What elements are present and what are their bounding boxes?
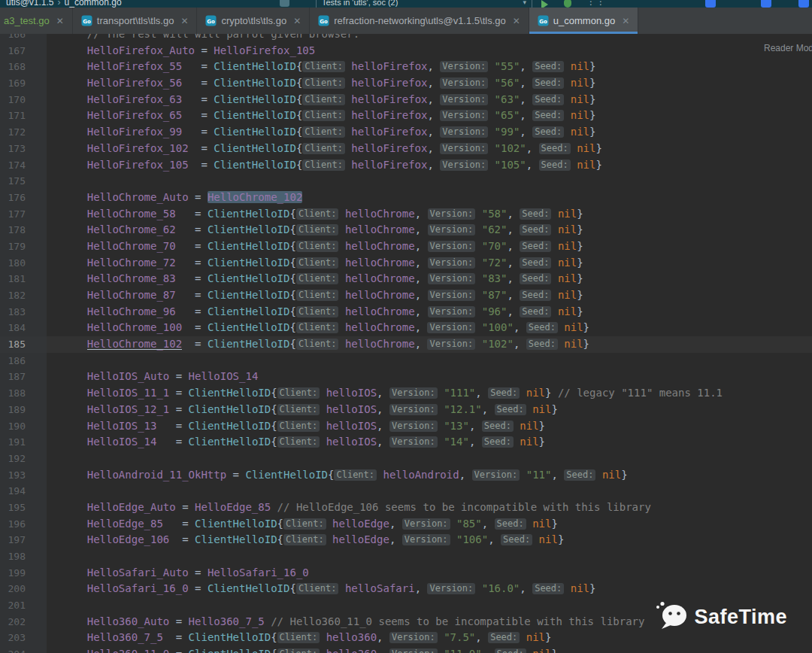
code-line-200[interactable]: 200 HelloSafari_16_0 = ClientHelloID{Cli… xyxy=(0,581,812,597)
line-number[interactable]: 184 xyxy=(0,320,47,336)
tab-a3-test-go[interactable]: a3_test.go✕ xyxy=(0,8,73,34)
line-number[interactable]: 186 xyxy=(0,353,47,369)
line-number[interactable]: 182 xyxy=(0,287,47,304)
code-line-195[interactable]: 195 HelloEdge_Auto = HelloEdge_85 // Hel… xyxy=(0,500,812,516)
code-line-172[interactable]: 172 HelloFirefox_99 = ClientHelloID{Clie… xyxy=(0,124,812,141)
code-line-198[interactable]: 198 xyxy=(0,548,812,565)
code-line-169[interactable]: 169 HelloFirefox_56 = ClientHelloID{Clie… xyxy=(0,75,812,92)
line-number[interactable]: 204 xyxy=(0,646,47,653)
breadcrumb[interactable]: utls@v1.1.5›u_common.go xyxy=(6,0,122,8)
line-number[interactable]: 173 xyxy=(0,141,47,157)
line-number[interactable]: 203 xyxy=(0,630,47,646)
debug-icon[interactable] xyxy=(564,0,571,8)
line-number[interactable]: 190 xyxy=(0,418,47,435)
code-line-173[interactable]: 173 HelloFirefox_102 = ClientHelloID{Cli… xyxy=(0,141,812,157)
tab-close-icon[interactable]: ✕ xyxy=(622,16,629,26)
line-number[interactable]: 181 xyxy=(0,271,47,287)
line-number[interactable]: 202 xyxy=(0,614,47,630)
line-number[interactable]: 174 xyxy=(0,157,47,174)
line-number[interactable]: 192 xyxy=(0,451,47,467)
code-line-190[interactable]: 190 HelloIOS_13 = ClientHelloID{Client: … xyxy=(0,418,812,435)
tab-close-icon[interactable]: ✕ xyxy=(293,16,301,26)
code-area[interactable]: 166 // The rest will will parrot given b… xyxy=(0,34,812,653)
tab-transport-tls-tls-go[interactable]: Gotransport\tls\tls.go✕ xyxy=(73,8,198,34)
code-line-177[interactable]: 177 HelloChrome_58 = ClientHelloID{Clien… xyxy=(0,206,812,223)
code-line-181[interactable]: 181 HelloChrome_83 = ClientHelloID{Clien… xyxy=(0,271,812,287)
code-line-179[interactable]: 179 HelloChrome_70 = ClientHelloID{Clien… xyxy=(0,238,812,255)
line-number[interactable]: 179 xyxy=(0,238,47,255)
line-number[interactable]: 168 xyxy=(0,59,47,75)
line-number[interactable]: 193 xyxy=(0,467,47,484)
line-number[interactable]: 175 xyxy=(0,173,47,190)
svg-text:Go: Go xyxy=(83,18,91,25)
code-line-187[interactable]: 187 HelloIOS_Auto = HelloIOS_14 xyxy=(0,369,812,385)
code-line-171[interactable]: 171 HelloFirefox_65 = ClientHelloID{Clie… xyxy=(0,108,812,124)
line-number[interactable]: 180 xyxy=(0,255,47,272)
line-number[interactable]: 167 xyxy=(0,43,47,59)
code-line-191[interactable]: 191 HelloIOS_14 = ClientHelloID{Client: … xyxy=(0,434,812,451)
code-line-192[interactable]: 192 xyxy=(0,451,812,467)
line-number[interactable]: 191 xyxy=(0,434,47,451)
code-line-183[interactable]: 183 HelloChrome_96 = ClientHelloID{Clien… xyxy=(0,304,812,320)
tab-close-icon[interactable]: ✕ xyxy=(56,16,64,26)
tab-u-common-go[interactable]: Gou_common.go✕ xyxy=(529,8,638,34)
line-number[interactable]: 188 xyxy=(0,385,47,402)
code-line-168[interactable]: 168 HelloFirefox_55 = ClientHelloID{Clie… xyxy=(0,59,812,75)
profile-icon[interactable] xyxy=(798,0,809,8)
code-line-178[interactable]: 178 HelloChrome_62 = ClientHelloID{Clien… xyxy=(0,222,812,238)
code-line-197[interactable]: 197 HelloEdge_106 = ClientHelloID{Client… xyxy=(0,532,812,548)
code-line-170[interactable]: 170 HelloFirefox_63 = ClientHelloID{Clie… xyxy=(0,92,812,108)
code-editor[interactable]: 166 // The rest will will parrot given b… xyxy=(0,34,812,653)
code-line-199[interactable]: 199 HelloSafari_Auto = HelloSafari_16_0 xyxy=(0,565,812,582)
tab-refraction-networking-utls-v1-1-5-tls-go[interactable]: Gorefraction-networking\utls@v1.1.5\tls.… xyxy=(310,8,529,34)
code-line-166[interactable]: 166 // The rest will will parrot given b… xyxy=(0,34,812,43)
code-line-186[interactable]: 186 xyxy=(0,353,812,369)
line-number[interactable]: 183 xyxy=(0,304,47,320)
line-number[interactable]: 172 xyxy=(0,124,47,141)
line-number[interactable]: 185 xyxy=(0,336,47,353)
code-line-184[interactable]: 184 HelloChrome_100 = ClientHelloID{Clie… xyxy=(0,320,812,336)
breadcrumb-module[interactable]: utls@v1.1.5 xyxy=(6,0,54,8)
run-config-select[interactable]: ▾ Tests in 'utls', soc (2) xyxy=(316,0,532,8)
reader-mode-hint[interactable]: Reader Mode xyxy=(764,43,812,53)
code-line-176[interactable]: 176 HelloChrome_Auto = HelloChrome_102 xyxy=(0,190,812,206)
code-line-204[interactable]: 204 Hello360_11_0 = ClientHelloID{Client… xyxy=(0,646,812,653)
line-number[interactable]: 196 xyxy=(0,516,47,533)
code-line-167[interactable]: 167 HelloFirefox_Auto = HelloFirefox_105 xyxy=(0,43,812,59)
line-number[interactable]: 176 xyxy=(0,190,47,206)
code-line-174[interactable]: 174 HelloFirefox_105 = ClientHelloID{Cli… xyxy=(0,157,812,174)
code-line-194[interactable]: 194 xyxy=(0,483,812,500)
line-number[interactable]: 197 xyxy=(0,532,47,548)
settings-icon[interactable] xyxy=(761,0,771,8)
line-number[interactable]: 189 xyxy=(0,402,47,418)
line-number[interactable]: 199 xyxy=(0,565,47,582)
code-line-182[interactable]: 182 HelloChrome_87 = ClientHelloID{Clien… xyxy=(0,287,812,304)
tab-close-icon[interactable]: ✕ xyxy=(180,16,188,26)
line-number[interactable]: 195 xyxy=(0,500,47,516)
line-number[interactable]: 166 xyxy=(0,34,47,43)
line-number[interactable]: 201 xyxy=(0,597,47,614)
line-number[interactable]: 169 xyxy=(0,75,47,92)
code-line-196[interactable]: 196 HelloEdge_85 = ClientHelloID{Client:… xyxy=(0,516,812,533)
breadcrumb-file[interactable]: u_common.go xyxy=(65,0,122,8)
code-line-180[interactable]: 180 HelloChrome_72 = ClientHelloID{Clien… xyxy=(0,255,812,272)
code-line-185[interactable]: 185 HelloChrome_102 = ClientHelloID{Clie… xyxy=(0,336,812,353)
code-line-189[interactable]: 189 HelloIOS_12_1 = ClientHelloID{Client… xyxy=(0,402,812,418)
line-number[interactable]: 170 xyxy=(0,92,47,108)
line-number[interactable]: 194 xyxy=(0,483,47,500)
line-number[interactable]: 177 xyxy=(0,206,47,223)
code-line-193[interactable]: 193 HelloAndroid_11_OkHttp = ClientHello… xyxy=(0,467,812,484)
notifications-icon[interactable] xyxy=(705,0,716,8)
tab-close-icon[interactable]: ✕ xyxy=(513,16,520,26)
line-number[interactable]: 178 xyxy=(0,222,47,238)
run-icon[interactable] xyxy=(541,0,548,8)
more-actions-icon[interactable]: ⋮⋮ xyxy=(586,0,606,7)
line-number[interactable]: 171 xyxy=(0,108,47,124)
vcs-update-icon[interactable] xyxy=(280,0,289,7)
line-number[interactable]: 198 xyxy=(0,548,47,565)
code-line-188[interactable]: 188 HelloIOS_11_1 = ClientHelloID{Client… xyxy=(0,385,812,402)
code-line-175[interactable]: 175 xyxy=(0,173,812,190)
line-number[interactable]: 187 xyxy=(0,369,47,385)
line-number[interactable]: 200 xyxy=(0,581,47,597)
tab-crypto-tls-tls-go[interactable]: Gocrypto\tls\tls.go✕ xyxy=(197,8,310,34)
